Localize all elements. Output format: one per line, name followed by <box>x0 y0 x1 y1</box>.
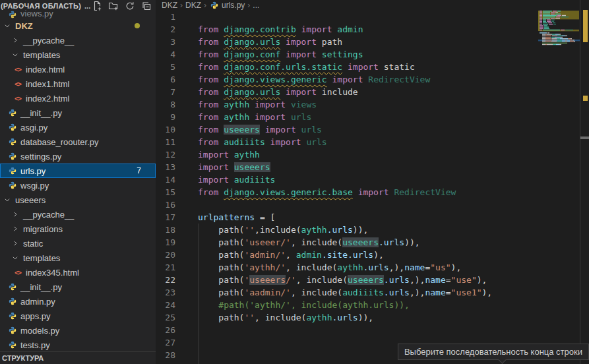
tree-item-migrations[interactable]: migrations <box>0 222 156 236</box>
modified-dot-icon <box>135 23 140 28</box>
overview-ruler[interactable] <box>580 0 589 364</box>
tree-item-index1-html[interactable]: <>index1.html <box>0 76 156 91</box>
line-number: 14 <box>156 173 175 186</box>
code-line[interactable]: 17urlpatterns = [ <box>156 211 539 224</box>
code-line[interactable]: 12import aythh <box>156 148 539 161</box>
tree-item-label: index345.html <box>26 268 79 278</box>
tree-item-label: wsgi.py <box>20 181 49 191</box>
tree-item-label: templates <box>23 253 60 263</box>
code-line[interactable]: 6from django.views.generic import Redire… <box>156 73 539 86</box>
tree-item-templates[interactable]: templates <box>0 47 156 62</box>
code-line[interactable]: 16 <box>156 198 539 211</box>
code-line[interactable]: 22 path('useeers/', include(useeers.urls… <box>156 274 539 286</box>
html-file-icon: <> <box>13 95 23 102</box>
code-line[interactable]: 2from django.contrib import admin <box>156 23 539 36</box>
code-line[interactable]: 18 path('',include(aythh.urls)), <box>156 224 539 236</box>
line-number: 7 <box>156 86 175 98</box>
line-number: 19 <box>156 236 175 249</box>
code-line-text: path('aythh/', include(aythh.urls,),name… <box>175 261 461 274</box>
tree-item-models-py[interactable]: models.py <box>0 323 156 338</box>
code-line[interactable]: 4from django.conf import settings <box>156 48 539 61</box>
tree-item-admin-py[interactable]: admin.py <box>0 294 156 309</box>
tree-item-apps-py[interactable]: apps.py <box>0 309 156 323</box>
tree-item-pycache[interactable]: __pycache__ <box>0 207 156 222</box>
line-number: 2 <box>156 23 175 36</box>
code-line[interactable]: 20 path('admin/', admin.site.urls), <box>156 249 539 261</box>
tree-item-settings-py[interactable]: settings.py <box>0 149 156 164</box>
line-number: 13 <box>156 161 175 173</box>
breadcrumb-file[interactable]: urls.py <box>209 1 245 10</box>
vscode-window: (РАБОЧАЯ ОБЛАСТЬ) ... views.pyDKZ__pycac… <box>0 0 589 364</box>
code-line-text: from audiiits import urls <box>175 136 327 148</box>
tree-item-asgi-py[interactable]: asgi.py <box>0 120 156 135</box>
tree-item-index-html[interactable]: <>index.html <box>0 62 156 76</box>
code-line[interactable]: 23 path('aadmin/', include(audiiits.urls… <box>156 286 539 299</box>
chevron-down-icon <box>10 51 20 58</box>
code-line[interactable]: 8from aythh import views <box>156 98 539 111</box>
line-number: 28 <box>156 349 175 361</box>
code-line[interactable]: 26 <box>156 324 539 336</box>
minimap[interactable] <box>538 0 580 364</box>
workspace-title: (РАБОЧАЯ ОБЛАСТЬ) <box>1 2 81 10</box>
code-line-text: from aythh import urls <box>175 111 311 123</box>
chevron-right-icon <box>10 226 20 232</box>
code-line[interactable]: 25 path('', include(aythh.urls)), <box>156 311 539 324</box>
code-line[interactable]: 9from aythh import urls <box>156 111 539 123</box>
tree-item-urls-py[interactable]: urls.py7 <box>0 164 156 178</box>
line-number: 16 <box>156 198 175 211</box>
tree-item-index2-html[interactable]: <>index2.html <box>0 91 156 106</box>
tree-item-init-py[interactable]: __init__.py <box>0 106 156 120</box>
tree-item-database-roouter-py[interactable]: database_roouter.py <box>0 135 156 149</box>
code-line[interactable]: 3from django.urls import path <box>156 36 539 48</box>
breadcrumb-separator: › <box>247 1 250 10</box>
code-line[interactable]: 21 path('aythh/', include(aythh.urls,),n… <box>156 261 539 274</box>
code-line[interactable]: 10from useeers import urls <box>156 123 539 136</box>
breadcrumb-folder[interactable]: DKZ <box>162 1 177 10</box>
code-area[interactable]: 12from django.contrib import admin3from … <box>156 11 539 364</box>
breadcrumb-symbol[interactable]: ... <box>253 1 259 10</box>
more-actions-button[interactable]: ... <box>84 2 90 10</box>
line-number: 27 <box>156 336 175 349</box>
python-file-icon <box>7 312 18 320</box>
code-line[interactable]: 19 path('useeer/', include(useeers.urls)… <box>156 236 539 249</box>
tree-item-wsgi-py[interactable]: wsgi.py <box>0 178 156 193</box>
line-number: 21 <box>156 261 175 274</box>
tree-item-pycache[interactable]: __pycache__ <box>0 33 156 47</box>
code-line-text <box>175 11 198 23</box>
tree-item-label: index.html <box>26 65 65 75</box>
code-line[interactable]: 11from audiiits import urls <box>156 136 539 148</box>
line-number: 15 <box>156 186 175 198</box>
code-line[interactable]: 7from django.urls import include <box>156 86 539 98</box>
file-tree: views.pyDKZ__pycache__templates<>index.h… <box>0 10 156 352</box>
code-line-text: path('useeer/', include(useeers.urls)), <box>175 236 420 249</box>
tree-item-dkz[interactable]: DKZ <box>0 18 156 33</box>
code-line[interactable]: 15from django.views.generic.base import … <box>156 186 539 198</box>
tree-item-static[interactable]: static <box>0 236 156 251</box>
code-line[interactable]: 14import audiiits <box>156 173 539 186</box>
tree-item-label: __pycache__ <box>23 210 74 220</box>
python-file-icon <box>7 283 18 291</box>
tree-item-label: settings.py <box>20 152 61 162</box>
tree-item-useeers[interactable]: useeers <box>0 193 156 207</box>
code-line-text: path('admin/', admin.site.urls), <box>175 249 384 261</box>
code-line[interactable]: 5from django.conf.urls.static import sta… <box>156 61 539 73</box>
breadcrumb-folder[interactable]: DKZ <box>185 1 201 10</box>
html-file-icon: <> <box>13 66 23 73</box>
code-line[interactable]: 1 <box>156 11 539 23</box>
explorer-section-header[interactable]: (РАБОЧАЯ ОБЛАСТЬ) ... <box>0 0 156 11</box>
tree-item-tests-py[interactable]: tests.py <box>0 338 156 352</box>
tree-item-label: DKZ <box>15 21 33 31</box>
tree-item-index345-html[interactable]: <>index345.html <box>0 265 156 280</box>
code-line[interactable]: 13import useeers <box>156 161 539 173</box>
tree-item-init-py[interactable]: __init__.py <box>0 280 156 294</box>
line-number: 24 <box>156 299 175 311</box>
tree-item-views-py[interactable]: views.py <box>0 10 156 18</box>
code-line[interactable]: 24 #path('aythh/', include(aythh.urls)), <box>156 299 539 311</box>
line-number: 12 <box>156 148 175 161</box>
line-number: 3 <box>156 36 175 48</box>
chevron-down-icon <box>10 255 20 261</box>
code-line-text: from django.conf import settings <box>175 48 363 61</box>
tree-item-templates[interactable]: templates <box>0 251 156 265</box>
code-line-text: urlpatterns = [ <box>175 211 275 224</box>
outline-section-header[interactable]: СТРУКТУРА <box>0 351 156 364</box>
